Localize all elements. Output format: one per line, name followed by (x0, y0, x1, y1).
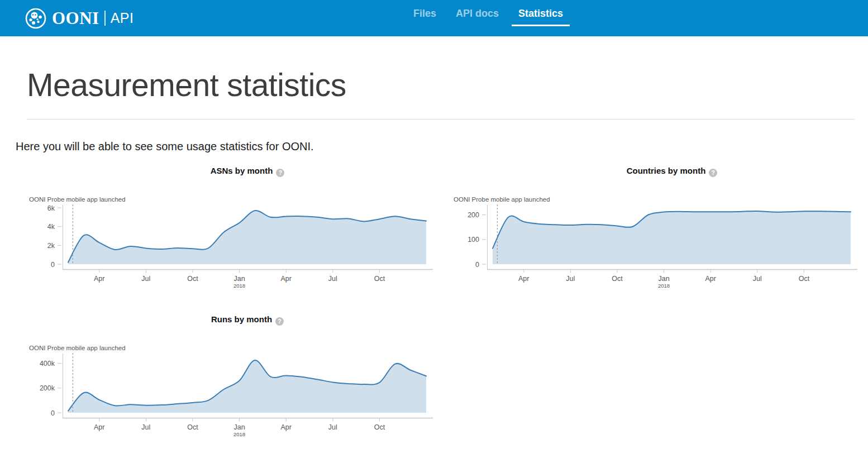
x-tick-label: Apr (518, 275, 529, 283)
chart-title-countries: Countries by month? (460, 166, 868, 177)
y-tick-label: 100 (468, 236, 479, 244)
x-tick-year-label: 2018 (233, 431, 245, 437)
y-tick-label: 0 (51, 409, 55, 417)
help-icon[interactable]: ? (275, 317, 284, 326)
runs-area-chart: OONI Probe mobile app launched0200k400kA… (17, 342, 441, 443)
chart-block-runs: Runs by month? OONI Probe mobile app lau… (0, 314, 434, 443)
x-tick-label: Apr (280, 423, 291, 431)
x-tick-label: Oct (374, 423, 385, 431)
chart-title-text: Countries by month (627, 166, 706, 175)
y-tick-label: 200k (40, 384, 55, 392)
x-tick-label: Jul (328, 423, 337, 431)
chart-block-asns: ASNs by month? OONI Probe mobile app lau… (0, 166, 434, 294)
chart-title-text: ASNs by month (211, 166, 273, 175)
y-tick-label: 6k (47, 204, 55, 212)
x-tick-label: Jan (233, 275, 245, 283)
x-tick-label: Apr (94, 275, 104, 283)
chart-title-text: Runs by month (211, 314, 272, 324)
x-tick-year-label: 2018 (658, 283, 670, 289)
area-path (493, 211, 851, 264)
annotation-label: OONI Probe mobile app launched (454, 196, 550, 203)
x-tick-label: Jul (566, 275, 575, 283)
x-tick-label: Jul (753, 275, 762, 283)
x-tick-label: Apr (94, 423, 104, 431)
countries-area-chart: OONI Probe mobile app launched0100200Apr… (441, 194, 866, 294)
help-icon[interactable]: ? (276, 169, 284, 177)
charts-grid: ASNs by month? OONI Probe mobile app lau… (0, 166, 868, 443)
chart-block-countries: Countries by month? OONI Probe mobile ap… (434, 166, 868, 294)
ooni-octopus-logo-icon (25, 7, 47, 30)
main-nav: Files API docs Statistics (407, 0, 570, 36)
y-tick-label: 2k (47, 242, 55, 250)
x-tick-label: Jan (233, 423, 245, 431)
app-header: OONI API Files API docs Statistics (0, 0, 868, 36)
brand-divider (104, 11, 106, 26)
divider (27, 119, 855, 120)
x-tick-label: Oct (187, 275, 198, 283)
y-tick-label: 4k (47, 223, 55, 231)
x-tick-label: Jul (328, 275, 337, 283)
annotation-label: OONI Probe mobile app launched (29, 196, 126, 203)
y-tick-label: 0 (51, 261, 55, 269)
brand-sub-api: API (111, 10, 134, 26)
help-icon[interactable]: ? (709, 169, 717, 177)
x-tick-label: Apr (705, 275, 716, 283)
x-tick-label: Oct (799, 275, 810, 283)
x-tick-label: Jul (141, 423, 150, 431)
brand-name: OONI (52, 8, 99, 28)
intro-text: Here you will be able to see some usage … (16, 140, 868, 153)
nav-tab-files[interactable]: Files (407, 0, 443, 26)
y-tick-label: 0 (475, 261, 479, 269)
area-path (68, 211, 426, 264)
x-tick-year-label: 2018 (233, 283, 245, 289)
page-title: Measurement statistics (27, 67, 868, 103)
chart-title-asns: ASNs by month? (35, 166, 460, 177)
y-tick-label: 200 (468, 211, 479, 219)
empty-cell (434, 314, 868, 443)
x-tick-label: Jan (658, 275, 669, 283)
asns-area-chart: OONI Probe mobile app launched02k4k6kApr… (17, 194, 441, 294)
brand[interactable]: OONI API (25, 0, 133, 36)
x-tick-label: Oct (187, 423, 198, 431)
y-tick-label: 400k (40, 360, 55, 368)
x-tick-label: Oct (612, 275, 623, 283)
x-tick-label: Jul (141, 275, 150, 283)
nav-tab-api-docs[interactable]: API docs (449, 0, 505, 26)
x-tick-label: Oct (374, 275, 385, 283)
main-content: Measurement statistics Here you will be … (0, 67, 868, 443)
x-tick-label: Apr (280, 275, 291, 283)
chart-title-runs: Runs by month? (35, 314, 460, 326)
annotation-label: OONI Probe mobile app launched (29, 345, 126, 351)
nav-tab-statistics[interactable]: Statistics (512, 0, 570, 26)
